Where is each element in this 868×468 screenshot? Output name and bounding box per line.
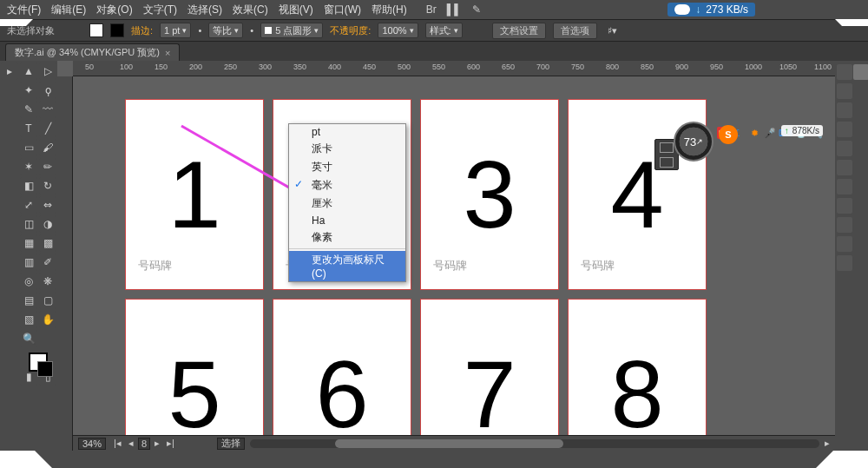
horizontal-ruler[interactable]: 5010015020025030035040045050055060065070…: [73, 61, 835, 76]
h-scrollbar[interactable]: [250, 439, 819, 448]
rect-tool[interactable]: ▭: [20, 139, 37, 156]
scale-tool[interactable]: ⤢: [20, 196, 37, 214]
menu-effect[interactable]: 效果(C): [233, 3, 268, 17]
panel-icon-graphic-styles[interactable]: [837, 217, 852, 233]
menu-type[interactable]: 文字(T): [143, 3, 177, 17]
shape-field[interactable]: 5 点圆形: [260, 23, 323, 38]
change-to-artboard-ruler[interactable]: 更改为画板标尺(C): [289, 251, 405, 281]
menu-file[interactable]: 文件(F): [7, 3, 41, 17]
symbol-sprayer[interactable]: ❋: [39, 273, 56, 290]
unit-ha[interactable]: Ha: [289, 213, 405, 228]
eyedropper-tool[interactable]: ✐: [39, 254, 56, 271]
next-page-button[interactable]: ▸: [152, 438, 162, 450]
unit-pt[interactable]: pt: [289, 124, 405, 140]
graph-tool[interactable]: ▤: [20, 292, 37, 309]
shape-builder[interactable]: ◑: [39, 215, 56, 233]
status-bar: 34% |◂ ◂ 8 ▸ ▸| 选择 ▸: [73, 435, 835, 451]
panel-icon-symbols[interactable]: [837, 122, 852, 137]
rotate-tool[interactable]: ↻: [39, 177, 56, 194]
brush-tool[interactable]: 🖌: [39, 139, 56, 156]
zoom-tool[interactable]: 🔍: [20, 330, 37, 347]
zoom-field[interactable]: 34%: [78, 438, 106, 450]
artboard[interactable]: 5: [125, 299, 264, 435]
unit-px[interactable]: 像素: [289, 228, 405, 247]
panel-icon-color[interactable]: [837, 64, 852, 80]
close-icon[interactable]: ×: [165, 48, 170, 58]
ime-badge[interactable]: S: [719, 125, 738, 144]
ruler-tick: 950: [710, 63, 723, 71]
panel-icon-stroke[interactable]: [837, 141, 852, 156]
selection-tool[interactable]: ▲: [20, 63, 37, 80]
stroke-weight-field[interactable]: 1 pt: [160, 23, 191, 38]
pencil-tool[interactable]: ✏: [39, 158, 56, 175]
mic-icon[interactable]: 🎤: [764, 127, 776, 139]
style-field[interactable]: 样式:: [425, 23, 463, 38]
panel-icon-artboards[interactable]: [837, 255, 852, 271]
cloud-speed-badge[interactable]: ↓ 273 KB/s: [667, 3, 755, 16]
unit-inch[interactable]: 英寸: [289, 158, 405, 176]
pointer-strip-icon[interactable]: ▸: [1, 63, 18, 80]
panel-icon-appearance[interactable]: [837, 198, 852, 214]
type-tool[interactable]: T: [20, 120, 37, 137]
artboard[interactable]: 6: [273, 299, 411, 435]
free-transform[interactable]: ◫: [20, 215, 37, 233]
stroke-swatch[interactable]: [110, 23, 124, 37]
blend-tool[interactable]: ◎: [20, 273, 37, 290]
unit-mm[interactable]: 毫米: [289, 176, 405, 194]
menu-separator: [289, 248, 405, 249]
lasso-tool[interactable]: ϙ: [39, 82, 56, 99]
flame-icon[interactable]: ✹: [748, 127, 760, 139]
artboard[interactable]: 8: [568, 299, 707, 435]
menu-view[interactable]: 视图(V): [279, 3, 313, 17]
align-icon[interactable]: ♯▾: [608, 25, 617, 36]
prev-page-button[interactable]: ◂: [126, 438, 136, 450]
menu-edit[interactable]: 编辑(E): [51, 3, 86, 17]
artboard-tool[interactable]: ▢: [39, 292, 56, 309]
direct-select-tool[interactable]: ▷: [39, 63, 56, 80]
scroll-right-icon[interactable]: ▸: [825, 438, 830, 449]
artboard[interactable]: 3号码牌: [420, 99, 559, 290]
menu-help[interactable]: 帮助(H): [372, 3, 407, 17]
fill-stroke-swatch[interactable]: [29, 353, 48, 372]
prefs-button[interactable]: 首选项: [553, 23, 597, 39]
doc-tab[interactable]: 数字.ai @ 34% (CMYK/GPU 预览) ×: [5, 43, 180, 61]
shaper-tool[interactable]: ✶: [20, 158, 37, 175]
gradient-tool[interactable]: ▥: [20, 254, 37, 271]
artboard[interactable]: 1号码牌: [125, 99, 264, 290]
panel-icon-swatches[interactable]: [837, 83, 852, 99]
curvature-tool[interactable]: 〰: [39, 101, 56, 118]
slice-tool[interactable]: ▧: [20, 311, 37, 328]
fill-swatch[interactable]: [89, 23, 103, 37]
expand-panels-icon[interactable]: [853, 64, 868, 80]
mesh-tool[interactable]: ▩: [39, 234, 56, 252]
perspective-tool[interactable]: ▦: [20, 234, 37, 252]
hand-tool[interactable]: ✋: [39, 311, 56, 328]
vertical-ruler[interactable]: [57, 76, 73, 451]
panel-icon-gradient[interactable]: [837, 160, 852, 175]
line-tool[interactable]: ╱: [39, 120, 56, 137]
scale-mode[interactable]: 等比: [208, 23, 243, 38]
artboard-label: 号码牌: [581, 258, 615, 274]
unit-cm[interactable]: 厘米: [289, 194, 405, 213]
doc-settings-button[interactable]: 文档设置: [492, 23, 546, 39]
page-field[interactable]: 8: [138, 438, 150, 450]
panel-icon-transparency[interactable]: [837, 179, 852, 194]
menu-select[interactable]: 选择(S): [187, 3, 222, 17]
width-tool[interactable]: ⇔: [39, 196, 56, 214]
panel-icon-brushes[interactable]: [837, 102, 852, 118]
first-page-button[interactable]: |◂: [111, 438, 124, 450]
wand-tool[interactable]: ✦: [20, 82, 37, 99]
ruler-tick: 800: [606, 63, 619, 71]
canvas-area: 5010015020025030035040045050055060065070…: [57, 61, 835, 451]
ruler-tick: 500: [398, 63, 411, 71]
panel-icon-layers[interactable]: [837, 236, 852, 252]
opacity-field[interactable]: 100%: [378, 23, 418, 38]
pen-tool[interactable]: ✎: [20, 101, 37, 118]
unit-pica[interactable]: 派卡: [289, 140, 405, 158]
last-page-button[interactable]: ▸|: [164, 438, 177, 450]
artboard[interactable]: 7: [420, 299, 559, 435]
eraser-tool[interactable]: ◧: [20, 177, 37, 194]
menu-window[interactable]: 窗口(W): [324, 3, 361, 17]
menu-object[interactable]: 对象(O): [96, 3, 132, 17]
speed-dial[interactable]: 73↗: [674, 122, 713, 161]
